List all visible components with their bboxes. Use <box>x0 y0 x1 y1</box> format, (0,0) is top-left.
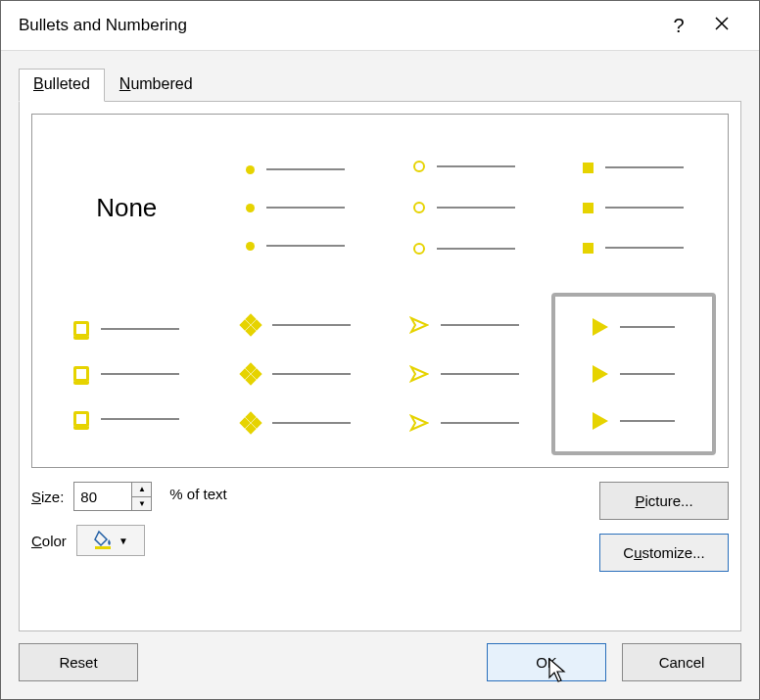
tab-strip: Bulleted Numbered <box>19 69 741 102</box>
square-icon <box>583 163 594 173</box>
chevron-down-icon: ▼ <box>119 536 128 546</box>
svg-rect-0 <box>95 546 111 549</box>
size-increment[interactable]: ▲ <box>132 483 151 497</box>
bullet-option-filled-square[interactable] <box>549 124 719 291</box>
dot-icon <box>246 165 255 174</box>
diamond-cluster-icon <box>241 315 261 335</box>
color-dropdown[interactable]: ▼ <box>76 525 145 556</box>
tab-bulleted[interactable]: Bulleted <box>19 69 105 102</box>
outline-arrow-icon <box>409 315 429 335</box>
cancel-button[interactable]: Cancel <box>622 643 741 681</box>
color-label: Color <box>31 533 67 549</box>
arrow-icon <box>593 318 608 336</box>
dialog-button-row: Reset OK Cancel <box>19 631 741 681</box>
none-label: None <box>96 193 157 223</box>
bullet-option-hollow-square[interactable] <box>42 291 212 457</box>
reset-button[interactable]: Reset <box>19 643 138 681</box>
bullet-option-hollow-circle[interactable] <box>380 124 549 291</box>
help-button[interactable]: ? <box>657 15 700 37</box>
size-label: Size: <box>31 489 64 505</box>
size-spinner[interactable]: ▲ ▼ <box>73 482 152 511</box>
bullet-option-none[interactable]: None <box>42 124 212 291</box>
dialog-title: Bullets and Numbering <box>19 16 657 35</box>
size-input[interactable] <box>74 483 131 510</box>
close-button[interactable] <box>700 16 743 36</box>
paint-bucket-icon <box>93 530 115 552</box>
close-icon <box>714 16 730 31</box>
bullet-option-outline-arrow[interactable] <box>380 291 549 457</box>
controls-row: Size: ▲ ▼ % of text Color <box>31 482 729 572</box>
dialog-content: Bulleted Numbered None <box>1 50 759 699</box>
tab-panel: None <box>19 101 741 631</box>
bullet-option-four-diamonds[interactable] <box>212 291 381 457</box>
titlebar: Bullets and Numbering ? <box>1 1 759 50</box>
customize-button[interactable]: Customize... <box>599 534 729 572</box>
bullet-option-filled-arrow[interactable] <box>551 293 717 455</box>
bullets-numbering-dialog: Bullets and Numbering ? Bulleted Numbere… <box>0 0 760 700</box>
hollow-square-icon <box>73 321 89 337</box>
bullet-option-filled-dot[interactable] <box>212 124 381 291</box>
ok-button[interactable]: OK <box>487 643 606 681</box>
picture-button[interactable]: Picture... <box>599 482 729 520</box>
size-decrement[interactable]: ▼ <box>132 497 151 511</box>
bullet-gallery: None <box>31 114 729 468</box>
size-suffix: % of text <box>162 486 226 502</box>
circle-icon <box>413 161 425 172</box>
tab-numbered[interactable]: Numbered <box>105 69 208 102</box>
